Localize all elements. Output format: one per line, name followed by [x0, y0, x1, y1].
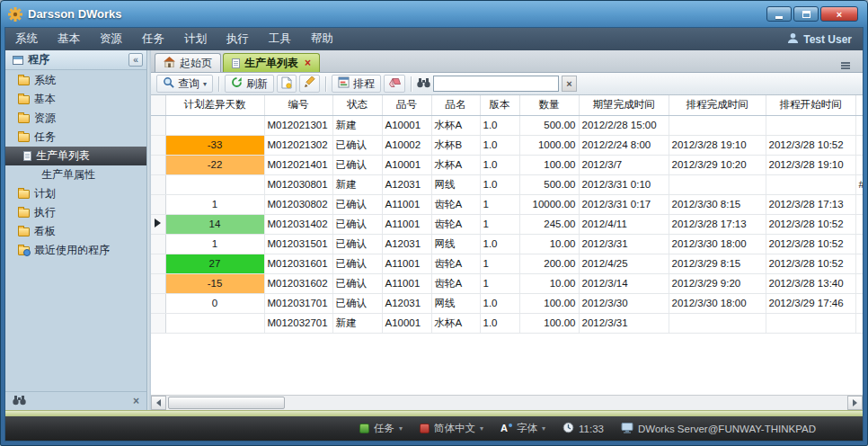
sidebar-item-order-list[interactable]: 生产单列表 [5, 147, 146, 165]
scroll-left-button[interactable] [151, 396, 166, 410]
table-row[interactable]: M012030801新建A12031网线1.0500.002012/3/31 0… [151, 174, 863, 194]
table-row[interactable]: M012032701新建A10001水杯A1.0100.002012/3/31 [151, 313, 863, 333]
column-header-order_no[interactable]: 编号 [264, 95, 332, 115]
sidebar-item-resource[interactable]: 资源 [5, 109, 146, 128]
sidebar-collapse-button[interactable]: « [128, 53, 143, 67]
cell-status: 已确认 [332, 234, 382, 254]
row-marker-header[interactable] [151, 95, 165, 115]
sidebar-item-order-props[interactable]: 生产单属性 [5, 165, 146, 184]
search-icon [163, 76, 174, 91]
edit-button[interactable] [299, 75, 320, 93]
server-name: DWorks Server@FUNWAY-THINKPAD [638, 424, 816, 434]
titlebar[interactable]: Darsson DWorks × [4, 1, 864, 27]
table-row[interactable]: -22M012021401已确认A10001水杯A1.0100.002012/3… [151, 155, 863, 174]
query-button[interactable]: 查询 ▾ [156, 75, 213, 93]
column-header-status[interactable]: 状态 [332, 95, 382, 115]
menu-item[interactable]: 基本 [48, 28, 90, 50]
table-row[interactable]: 14M012031402已确认A11001齿轮A1245.002012/4/11… [151, 214, 863, 234]
column-header-diff[interactable]: 计划差异天数 [165, 95, 264, 115]
query-button-label: 查询 [178, 76, 199, 92]
binoculars-icon [13, 393, 26, 409]
column-header-version[interactable]: 版本 [480, 95, 519, 115]
scrollbar-thumb[interactable] [168, 397, 285, 409]
cell-diff: 1 [165, 234, 264, 254]
new-order-button[interactable] [277, 75, 297, 93]
column-header-part_name[interactable]: 品名 [431, 95, 480, 115]
scroll-right-button[interactable] [847, 396, 863, 410]
tab-close-icon[interactable]: × [305, 57, 311, 69]
close-window-button[interactable]: × [820, 6, 858, 22]
current-row-arrow-icon [155, 219, 161, 227]
cell-order_no: M012030801 [264, 174, 332, 194]
find-binoculars-icon [417, 76, 430, 92]
sidebar-item-plan[interactable]: 计划 [5, 184, 146, 203]
cell-status: 已确认 [332, 135, 382, 155]
sidebar: 程序 « 系统基本资源任务生产单列表生产单属性计划执行看板最近使用的程序 × [5, 50, 147, 410]
language-menu[interactable]: 简体中文 ▾ [420, 422, 483, 435]
cell-extra [855, 234, 863, 254]
sidebar-item-system[interactable]: 系统 [5, 71, 146, 90]
menu-item[interactable]: 计划 [174, 28, 217, 50]
table-row[interactable]: -33M012021302已确认A10002水杯B1.01000.002012/… [151, 135, 863, 155]
sidebar-item-basic[interactable]: 基本 [5, 90, 146, 109]
cell-diff: -33 [165, 135, 264, 155]
maximize-button[interactable] [793, 6, 819, 22]
menu-item[interactable]: 任务 [132, 28, 174, 50]
sidebar-item-label: 任务 [34, 129, 56, 145]
cell-version: 1.0 [480, 293, 519, 313]
search-input[interactable] [433, 76, 559, 92]
column-header-extra[interactable]: 自动 [855, 95, 863, 115]
cell-part_no: A10001 [382, 313, 431, 333]
column-header-part_no[interactable]: 品号 [382, 95, 431, 115]
cell-status: 新建 [332, 313, 382, 333]
sidebar-search-bar[interactable]: × [5, 391, 146, 410]
refresh-button[interactable]: 刷新 [225, 75, 274, 93]
refresh-icon [231, 76, 243, 91]
table-row[interactable]: -15M012031602已确认A11001齿轮A110.002012/3/14… [151, 273, 863, 293]
menu-item[interactable]: 系统 [5, 28, 48, 50]
folder-icon [18, 190, 30, 199]
menubar: 系统基本资源任务计划执行工具帮助 Test User [5, 28, 863, 50]
toolbar-separator [218, 76, 219, 92]
menu-item[interactable]: 资源 [90, 28, 132, 50]
column-header-sched_finish[interactable]: 排程完成时间 [669, 95, 766, 115]
cell-part_name: 齿轮A [431, 214, 480, 234]
column-header-sched_start[interactable]: 排程开始时间 [766, 95, 855, 115]
search-clear-button[interactable]: × [562, 76, 577, 92]
orders-table: 计划差异天数编号状态品号品名版本数量期望完成时间排程完成时间排程开始时间自动 M… [151, 95, 863, 395]
tab-list-icon[interactable] [841, 62, 850, 64]
cell-sched_finish [669, 313, 766, 333]
app-window: Darsson DWorks × 系统基本资源任务计划执行工具帮助 Test U… [0, 0, 868, 446]
user-menu[interactable]: Test User [787, 32, 863, 47]
menu-item[interactable]: 帮助 [301, 28, 343, 50]
table-row[interactable]: 27M012031601已确认A11001齿轮A1200.002012/4/25… [151, 254, 863, 273]
column-header-qty[interactable]: 数量 [519, 95, 579, 115]
table-row[interactable]: 1M012030802已确认A11001齿轮A110000.002012/3/3… [151, 194, 863, 214]
column-header-expected_finish[interactable]: 期望完成时间 [579, 95, 669, 115]
home-icon [164, 57, 175, 70]
folder-clock-icon [18, 246, 30, 255]
font-menu[interactable]: A 字体 ▾ [500, 422, 545, 435]
cell-sched_start: 2012/3/28 19:10 [766, 155, 855, 174]
tab-orders[interactable]: 生产单列表 × [223, 53, 320, 72]
horizontal-scrollbar[interactable] [151, 395, 863, 410]
table-row[interactable]: M012021301新建A10001水杯A1.0500.002012/2/28 … [151, 115, 863, 135]
task-menu[interactable]: 任务 ▾ [359, 422, 403, 435]
pencil-icon [304, 76, 315, 91]
table-row[interactable]: 0M012031701已确认A12031网线1.0100.002012/3/30… [151, 293, 863, 313]
sidebar-item-recent[interactable]: 最近使用的程序 [5, 241, 146, 260]
cell-part_name: 水杯A [431, 155, 480, 174]
sidebar-item-kanban[interactable]: 看板 [5, 222, 146, 241]
menu-item[interactable]: 工具 [259, 28, 301, 50]
menu-item[interactable]: 执行 [217, 28, 259, 50]
minimize-button[interactable] [766, 6, 792, 22]
tab-home[interactable]: 起始页 [155, 53, 221, 72]
cell-diff: 1 [165, 194, 264, 214]
table-row[interactable]: 1M012031501已确认A12031网线1.010.002012/3/312… [151, 234, 863, 254]
sidebar-item-task[interactable]: 任务 [5, 128, 146, 147]
cell-diff [165, 115, 264, 135]
sidebar-search-clear-button[interactable]: × [133, 395, 139, 407]
sidebar-item-execute[interactable]: 执行 [5, 203, 146, 222]
eraser-button[interactable] [384, 75, 405, 93]
schedule-button[interactable]: 排程 [332, 75, 381, 93]
